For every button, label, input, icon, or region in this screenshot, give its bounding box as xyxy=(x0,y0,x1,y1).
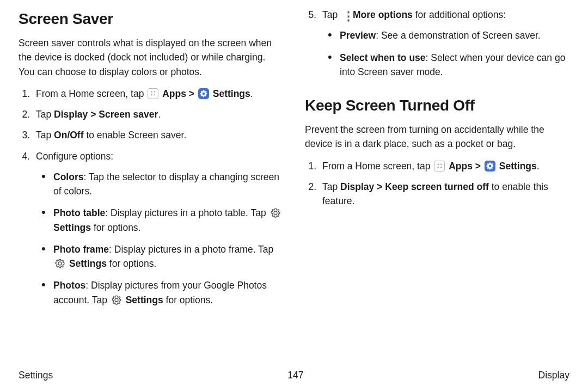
settings-outline-icon xyxy=(54,258,65,269)
intro-keep-screen-off: Prevent the screen from turning on accid… xyxy=(305,122,569,151)
apps-icon xyxy=(148,88,158,99)
opt-photo-frame: Photo frame: Display pictures in a photo… xyxy=(51,242,283,271)
more-options-icon xyxy=(341,9,349,20)
intro-screen-saver: Screen saver controls what is displayed … xyxy=(19,36,283,79)
right-column: Tap More options for additional options:… xyxy=(305,8,569,356)
opt-photo-table: Photo table: Display pictures in a photo… xyxy=(51,206,283,235)
step-3: Tap On/Off to enable Screen saver. xyxy=(33,128,283,142)
settings-outline-icon xyxy=(270,207,281,218)
step2-1: From a Home screen, tap Apps > Settings. xyxy=(319,159,569,173)
configure-options: Colors: Tap the selector to display a ch… xyxy=(36,170,283,307)
footer-section: Settings xyxy=(19,368,53,382)
steps-screen-saver: From a Home screen, tap Apps > Settings.… xyxy=(19,87,283,307)
heading-screen-saver: Screen Saver xyxy=(19,8,283,30)
opt-photos: Photos: Display pictures from your Googl… xyxy=(51,278,283,307)
step-4: Configure options: Colors: Tap the selec… xyxy=(33,149,283,307)
opt-select-when: Select when to use: Select when your dev… xyxy=(338,51,569,79)
step2-2: Tap Display > Keep screen turned off to … xyxy=(319,180,569,209)
footer-topic: Display xyxy=(538,368,569,382)
step-1: From a Home screen, tap Apps > Settings. xyxy=(33,87,283,101)
footer-page-number: 147 xyxy=(287,368,303,382)
opt-preview: Preview: See a demonstration of Screen s… xyxy=(338,28,569,42)
page-footer: Settings 147 Display xyxy=(19,368,569,382)
apps-icon xyxy=(434,161,445,171)
settings-gear-icon xyxy=(198,88,209,99)
step-5: Tap More options for additional options:… xyxy=(319,8,569,79)
more-options-list: Preview: See a demonstration of Screen s… xyxy=(322,28,569,79)
settings-gear-icon xyxy=(485,161,495,171)
step-2: Tap Display > Screen saver. xyxy=(33,107,283,121)
settings-outline-icon xyxy=(111,295,122,305)
steps-continued: Tap More options for additional options:… xyxy=(305,8,569,79)
left-column: Screen Saver Screen saver controls what … xyxy=(19,8,283,356)
heading-keep-screen-off: Keep Screen Turned Off xyxy=(305,94,569,117)
steps-keep-screen-off: From a Home screen, tap Apps > Settings.… xyxy=(305,159,569,209)
opt-colors: Colors: Tap the selector to display a ch… xyxy=(51,170,283,199)
